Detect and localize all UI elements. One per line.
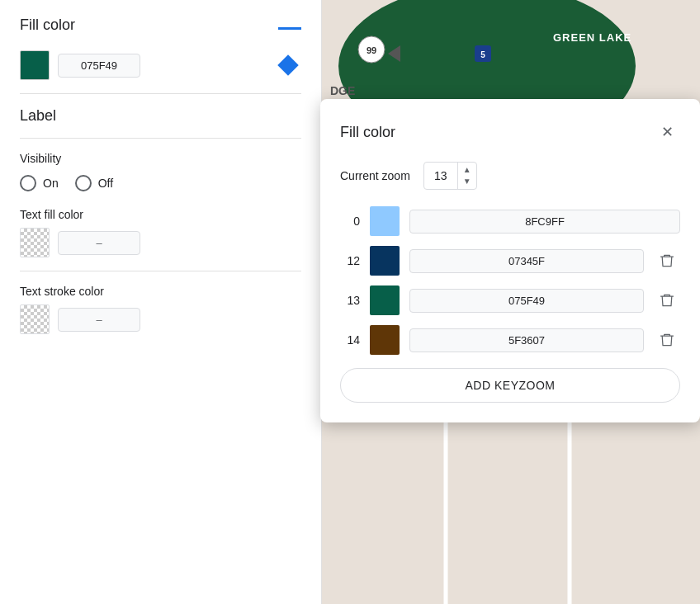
svg-text:GREEN LAKE: GREEN LAKE — [553, 31, 631, 44]
zoom-value: 13 — [424, 164, 457, 187]
radio-off[interactable]: Off — [75, 175, 113, 191]
close-button[interactable]: ✕ — [654, 119, 680, 145]
color-row-12: 12 — [340, 246, 680, 276]
text-fill-color-section: Text fill color — [20, 208, 301, 257]
color-input-0[interactable] — [409, 210, 680, 234]
zoom-input-wrap[interactable]: 13 ▲ ▼ — [423, 162, 477, 190]
divider-1 — [20, 93, 301, 94]
radio-group: On Off — [20, 175, 301, 191]
color-row-0: 0 — [340, 206, 680, 236]
zoom-num-12: 12 — [340, 254, 360, 267]
zoom-row: Current zoom 13 ▲ ▼ — [340, 162, 680, 190]
color-swatch-13[interactable] — [370, 285, 400, 315]
svg-text:99: 99 — [367, 45, 376, 55]
collapse-icon[interactable] — [278, 27, 301, 30]
text-fill-color-title: Text fill color — [20, 208, 301, 221]
radio-on[interactable]: On — [20, 175, 59, 191]
diamond-icon — [277, 54, 298, 75]
color-swatch-14[interactable] — [370, 325, 400, 355]
popup-header: Fill color ✕ — [340, 119, 680, 145]
color-input-14[interactable] — [409, 328, 644, 352]
popup-title: Fill color — [340, 124, 395, 141]
visibility-section: Visibility On Off — [20, 152, 301, 191]
text-stroke-color-swatch[interactable] — [20, 304, 50, 334]
zoom-arrows: ▲ ▼ — [457, 163, 476, 189]
text-stroke-color-section: Text stroke color — [20, 285, 301, 334]
delete-button-14[interactable] — [654, 327, 680, 353]
text-stroke-color-input[interactable] — [58, 308, 140, 332]
add-keyzoom-button[interactable]: ADD KEYZOOM — [340, 368, 680, 403]
divider-2 — [20, 138, 301, 139]
zoom-num-0: 0 — [340, 215, 360, 228]
divider-3 — [20, 271, 301, 271]
color-input-12[interactable] — [409, 249, 644, 273]
zoom-num-13: 13 — [340, 294, 360, 307]
zoom-down-arrow[interactable]: ▼ — [463, 176, 471, 187]
trash-icon-14 — [659, 332, 675, 348]
visibility-title: Visibility — [20, 152, 301, 165]
radio-on-circle[interactable] — [20, 175, 36, 191]
delete-button-12[interactable] — [654, 248, 680, 274]
left-panel: Fill color Label Visibility On Off — [0, 0, 322, 604]
radio-off-label: Off — [98, 177, 113, 190]
svg-text:5: 5 — [480, 50, 485, 59]
fill-color-input[interactable] — [58, 54, 140, 78]
fill-color-title: Fill color — [20, 17, 75, 34]
diamond-button[interactable] — [275, 52, 301, 78]
label-title: Label — [20, 107, 301, 125]
color-row-13: 13 — [340, 285, 680, 315]
delete-button-13[interactable] — [654, 287, 680, 314]
radio-off-circle[interactable] — [75, 175, 92, 191]
current-zoom-label: Current zoom — [340, 169, 410, 182]
trash-icon-13 — [659, 292, 675, 309]
color-input-13[interactable] — [409, 289, 644, 313]
fill-color-popup: Fill color ✕ Current zoom 13 ▲ ▼ 0 12 — [320, 99, 700, 422]
color-swatch-0[interactable] — [370, 206, 400, 236]
text-fill-color-input[interactable] — [58, 231, 140, 255]
svg-text:DGE: DGE — [330, 84, 355, 97]
label-section: Label — [20, 107, 301, 125]
trash-icon-12 — [659, 252, 675, 269]
text-fill-color-swatch[interactable] — [20, 228, 50, 257]
zoom-up-arrow[interactable]: ▲ — [463, 164, 471, 176]
color-swatch-12[interactable] — [370, 246, 400, 276]
fill-color-swatch[interactable] — [20, 50, 50, 80]
color-row-14: 14 — [340, 325, 680, 355]
text-stroke-color-title: Text stroke color — [20, 285, 301, 298]
color-rows: 0 12 13 1 — [340, 206, 680, 355]
zoom-num-14: 14 — [340, 333, 360, 347]
radio-on-label: On — [43, 177, 59, 190]
